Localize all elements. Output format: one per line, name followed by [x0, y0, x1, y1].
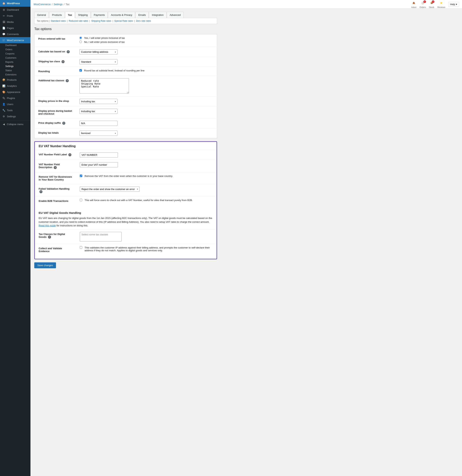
checkbox-b2b-label[interactable]: This will force users to check out with … — [80, 199, 214, 202]
sidebar-item-comments[interactable]: 💬 Comments — [0, 31, 30, 37]
tab-general[interactable]: General — [34, 12, 49, 18]
input-vat-field-description[interactable] — [80, 162, 118, 167]
select-tax-classes-digital[interactable]: Select some tax classes — [80, 232, 122, 241]
reviews-button[interactable]: ⭐ Reviews — [437, 0, 445, 8]
radio-no[interactable] — [79, 41, 82, 43]
tab-payments[interactable]: Payments — [91, 12, 108, 18]
field-rounding: Round tax at subtotal level, instead of … — [76, 67, 217, 76]
stock-button[interactable]: 📦 1 Stock — [429, 0, 434, 8]
label-calculate-tax: Calculate tax based on ? — [34, 47, 76, 57]
help-icon-calculate-tax[interactable]: ? — [67, 50, 70, 53]
checkbox-remove-vat-label[interactable]: Remove the VAT from the order even when … — [80, 175, 214, 178]
sidebar-item-tools[interactable]: 🔧 Tools — [0, 107, 30, 113]
sidebar-sub-woo-extensions[interactable]: Extensions — [0, 73, 30, 77]
row-additional-tax-classes: Additional tax classes ? Reduced rate Sh… — [34, 76, 217, 96]
help-icon-vat-field-label[interactable]: ? — [68, 153, 71, 156]
breadcrumb-woocommerce[interactable]: WooCommerce — [34, 3, 51, 6]
sidebar-item-label: Pages — [7, 27, 14, 30]
sidebar-item-woocommerce[interactable]: 🛒 WooCommerce — [0, 37, 30, 43]
read-guide-link[interactable]: Read this guide — [39, 224, 56, 227]
sub-nav-shipping[interactable]: Shipping Rate rates — [91, 20, 111, 22]
checkbox-collect-validate[interactable] — [80, 246, 82, 249]
orders-button[interactable]: 📋 1 Orders — [419, 0, 426, 8]
sidebar-item-posts[interactable]: ✏ Posts — [0, 13, 30, 19]
tab-products[interactable]: Products — [49, 12, 65, 18]
sidebar-item-media[interactable]: 🖼 Media — [0, 19, 30, 25]
sidebar-item-analytics[interactable]: 📊 Analytics — [0, 83, 30, 89]
sidebar-sub-woo-settings[interactable]: Settings — [0, 64, 30, 68]
save-button[interactable]: Save changes — [34, 262, 56, 268]
breadcrumb-settings[interactable]: Settings — [54, 3, 63, 6]
sidebar-item-settings[interactable]: ⚙ Settings — [0, 113, 30, 119]
select-failed-validation[interactable]: Reject the order and show the customer a… — [80, 187, 140, 192]
sidebar-sub-woo-customers[interactable]: Customers — [0, 56, 30, 60]
help-icon-tax-classes-digital[interactable]: ? — [48, 236, 51, 238]
field-calculate-tax: Customer billing address Customer shippi… — [76, 47, 217, 57]
help-button[interactable]: Help ▾ — [448, 2, 459, 7]
sidebar-item-users[interactable]: 👤 Users — [0, 101, 30, 107]
sidebar-sub-woo-coupons[interactable]: Coupons — [0, 51, 30, 56]
sidebar-item-label: Products — [7, 78, 17, 81]
radio-no-label[interactable]: No, I will enter prices exclusive of tax — [79, 41, 214, 43]
sub-nav-zero[interactable]: Zero rate rates — [136, 20, 151, 22]
settings-tabs: General Products Tax Shipping Payments A… — [34, 12, 217, 18]
help-icon-failed-validation[interactable]: ? — [39, 190, 43, 193]
row-vat-field-label: VAT Number Field Label ? — [35, 150, 216, 160]
help-icon-additional-tax[interactable]: ? — [66, 79, 69, 82]
input-vat-field-label[interactable] — [80, 152, 118, 157]
sidebar-sub-woo-orders[interactable]: Orders — [0, 47, 30, 51]
tab-advanced[interactable]: Advanced — [167, 12, 184, 18]
help-icon-price-suffix[interactable]: ? — [62, 122, 65, 125]
sidebar-sub-woo-status[interactable]: Status — [0, 68, 30, 73]
field-failed-validation: Reject the order and show the customer a… — [77, 184, 216, 196]
sub-nav-standard[interactable]: Standard rates — [51, 20, 66, 22]
radio-yes-label[interactable]: Yes, I will enter prices inclusive of ta… — [79, 37, 214, 39]
label-display-prices-basket: Display prices during basket and checkou… — [34, 106, 76, 119]
sidebar-logo[interactable]: 🏠 WordPress — [0, 0, 30, 7]
select-display-tax-totals[interactable]: Itemized As a single total — [79, 131, 118, 136]
sidebar-item-collapse[interactable]: ◀ Collapse menu — [0, 121, 30, 127]
sidebar-item-products[interactable]: 📦 Products — [0, 77, 30, 83]
eu-vat-digital-description: EU VAT laws are changing for digital goo… — [39, 216, 213, 228]
checkbox-remove-vat[interactable] — [80, 175, 82, 177]
sidebar-sub-woo-dashboard[interactable]: Dashboard — [0, 43, 30, 47]
checkbox-rounding[interactable] — [79, 69, 82, 72]
textarea-additional-tax-classes[interactable]: Reduced rate Shipping Rate Special Rate — [79, 78, 129, 94]
sidebar-logo-icon: 🏠 — [2, 2, 5, 5]
orders-badge: 1 — [423, 0, 426, 3]
sidebar-item-dashboard[interactable]: ⊞ Dashboard — [0, 7, 30, 13]
select-calculate-tax[interactable]: Customer billing address Customer shippi… — [79, 49, 118, 54]
sub-nav-reduced[interactable]: Reduced rate rates — [69, 20, 88, 22]
tax-sub-nav: Tax options | Standard rates | Reduced r… — [34, 18, 217, 24]
sub-nav-sep4: | — [112, 20, 113, 22]
inbox-button[interactable]: 📥 Inbox — [411, 0, 417, 8]
sidebar-sub-woo-reports[interactable]: Reports — [0, 60, 30, 64]
row-failed-validation: Failed Validation Handling ? Reject the … — [35, 184, 216, 196]
analytics-icon: 📊 — [2, 84, 5, 87]
checkbox-rounding-label[interactable]: Round tax at subtotal level, instead of … — [79, 69, 214, 72]
tab-integration[interactable]: Integration — [149, 12, 166, 18]
help-icon-vat-field-desc[interactable]: ? — [54, 166, 57, 169]
tab-tax[interactable]: Tax — [65, 12, 75, 18]
select-display-prices-basket[interactable]: Including tax Excluding tax — [79, 109, 118, 114]
checkbox-collect-validate-label[interactable]: This validates the customer IP address a… — [80, 246, 214, 252]
help-icon-shipping-tax[interactable]: ? — [61, 60, 65, 63]
input-price-display-suffix[interactable] — [79, 121, 118, 126]
select-wrap-display-prices-shop: Including tax Excluding tax — [79, 99, 118, 104]
field-collect-validate: This validates the customer IP address a… — [77, 244, 216, 256]
sidebar-item-appearance[interactable]: 🎨 Appearance — [0, 89, 30, 95]
sub-nav-special[interactable]: Special Rate rates — [114, 20, 133, 22]
sidebar-item-plugins[interactable]: 🔌 Plugins — [0, 95, 30, 101]
field-display-prices-basket: Including tax Excluding tax — [76, 106, 217, 119]
label-shipping-tax-class: Shipping tax class ? — [34, 57, 76, 67]
field-price-display-suffix — [76, 119, 217, 128]
select-shipping-tax-class[interactable]: Standard Reduced rate Zero Rate — [79, 59, 118, 64]
radio-yes[interactable] — [79, 37, 82, 39]
tab-shipping[interactable]: Shipping — [75, 12, 91, 18]
sidebar-item-pages[interactable]: 📄 Pages — [0, 25, 30, 31]
tab-emails[interactable]: Emails — [135, 12, 149, 18]
page-title: Tax options — [34, 27, 217, 31]
select-display-prices-shop[interactable]: Including tax Excluding tax — [79, 99, 118, 104]
tab-accounts-privacy[interactable]: Accounts & Privacy — [108, 12, 135, 18]
checkbox-b2b[interactable] — [80, 199, 82, 201]
